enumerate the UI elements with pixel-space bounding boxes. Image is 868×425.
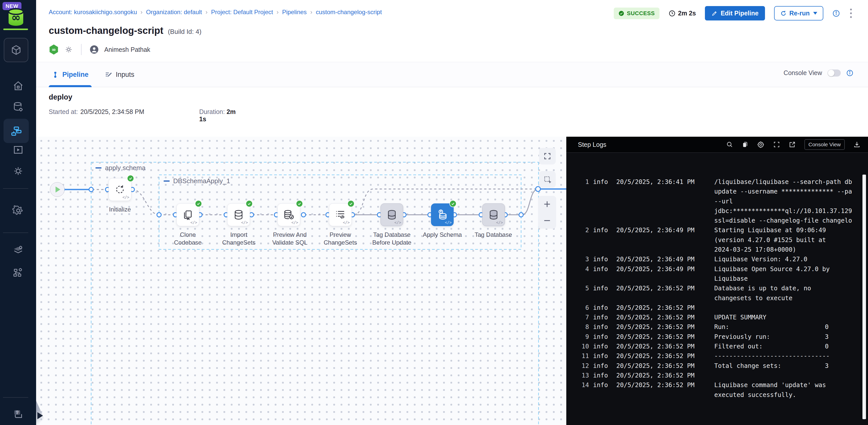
log-line-number: 11: [576, 351, 589, 361]
canvas-fullscreen-button[interactable]: [539, 148, 556, 165]
log-level: info: [593, 264, 610, 274]
pipeline-canvas[interactable]: apply schema DBSchemaApply_1 </> Initial…: [36, 137, 566, 425]
edit-pipeline-button[interactable]: Edit Pipeline: [705, 6, 765, 21]
sidebar-divider: [3, 397, 28, 398]
clone-icon: [182, 209, 194, 221]
log-timestamp: 20/5/2025, 2:36:52 PM: [616, 283, 712, 293]
inputs-tab-icon: [105, 71, 112, 79]
sidebar-divider: [3, 232, 28, 233]
step-success-icon: [127, 175, 134, 182]
expand-panel-arrow[interactable]: [37, 412, 43, 419]
log-timestamp: 20/5/2025, 2:36:52 PM: [616, 380, 712, 390]
step-node-clone-codebase[interactable]: </>: [177, 203, 199, 226]
pipeline-meta-row: ∞ Animesh Pathak: [49, 44, 150, 56]
log-open-external-icon[interactable]: [789, 141, 796, 148]
log-message: -------------------------------: [714, 351, 868, 361]
trigger-author: Animesh Pathak: [104, 46, 150, 53]
database-icon: [386, 209, 397, 221]
log-message: UPDATE SUMMARY: [714, 313, 868, 322]
sidebar-item-pipelines[interactable]: [3, 119, 29, 143]
tab-inputs[interactable]: Inputs: [102, 62, 137, 87]
harness-dbdevops-logo[interactable]: ∞: [7, 8, 25, 27]
zoom-out-button[interactable]: [538, 212, 556, 229]
log-search-icon[interactable]: [726, 141, 733, 148]
log-message: /liquibase/liquibase --search-path dbupd…: [714, 177, 868, 225]
log-timestamp: 20/5/2025, 2:36:52 PM: [616, 303, 712, 313]
step-logs-header: Step Logs Console View: [566, 137, 868, 153]
collapse-group-icon[interactable]: [95, 167, 101, 169]
breadcrumb: Account: kurosakiichigo.songoku › Organi…: [49, 8, 382, 16]
step-node-apply-schema[interactable]: </>: [431, 203, 454, 226]
step-node-tag-database-before-update[interactable]: </>: [380, 203, 403, 226]
pipeline-start-node[interactable]: [50, 182, 65, 197]
collapse-stepgroup-icon[interactable]: [164, 180, 170, 182]
stage-name: deploy: [49, 93, 72, 101]
log-row: 2 info 20/5/2025, 2:36:49 PM Starting Li…: [576, 225, 868, 254]
log-download-icon[interactable]: [854, 141, 861, 148]
module-switcher-button[interactable]: [4, 38, 28, 62]
log-timestamp: 20/5/2025, 2:36:52 PM: [616, 342, 712, 351]
log-output[interactable]: 1 info 20/5/2025, 2:36:41 PM /liquibase/…: [566, 153, 868, 425]
breadcrumb-separator: ›: [276, 8, 278, 16]
sidebar-item-help[interactable]: ?: [0, 405, 36, 424]
database-upload-icon: [436, 209, 448, 221]
dbdevops-module-icon: ∞: [49, 44, 59, 55]
breadcrumb-separator: ›: [141, 8, 143, 16]
log-timestamp: 20/5/2025, 2:36:52 PM: [616, 313, 712, 322]
log-scrollbar[interactable]: [863, 175, 866, 419]
step-node-preview-changesets[interactable]: </>: [329, 203, 352, 226]
pipeline-settings-gear-icon[interactable]: [64, 45, 73, 54]
canvas-select-button[interactable]: [539, 171, 556, 188]
sidebar-item-home[interactable]: [0, 77, 36, 95]
log-console-view-button[interactable]: Console View: [804, 139, 845, 150]
stage-summary: deploy Started at:20/5/2025, 2:34:58 PM …: [36, 87, 868, 137]
log-fullscreen-icon[interactable]: [773, 141, 780, 148]
rerun-button[interactable]: Re-run: [774, 6, 823, 21]
sidebar-item-settings[interactable]: [0, 162, 36, 180]
log-row: 6 info 20/5/2025, 2:36:52 PM: [576, 303, 868, 313]
breadcrumb-pipelines[interactable]: Pipelines: [282, 8, 307, 16]
home-icon: [12, 80, 24, 92]
info-icon[interactable]: [832, 9, 840, 17]
breadcrumb-account[interactable]: Account: kurosakiichigo.songoku: [49, 8, 137, 16]
log-timestamp: 20/5/2025, 2:36:49 PM: [616, 254, 712, 264]
breadcrumb-project[interactable]: Project: Default Project: [211, 8, 273, 16]
pencil-icon: [711, 10, 717, 17]
step-node-tag-database[interactable]: </>: [482, 203, 505, 226]
sidebar-item-project-settings[interactable]: [0, 201, 36, 220]
step-node-preview-validate-sql[interactable]: </>: [277, 203, 300, 226]
console-view-toggle[interactable]: [828, 69, 841, 77]
step-node-import-changesets[interactable]: </>: [227, 203, 250, 226]
layers-gear-icon: [12, 244, 24, 256]
rerun-caret-icon: [813, 12, 817, 15]
log-settings-icon[interactable]: [757, 141, 765, 148]
marquee-select-icon: [543, 175, 551, 183]
log-level: info: [593, 371, 610, 380]
sidebar-item-organization[interactable]: [0, 263, 36, 282]
breadcrumb-pipeline-name[interactable]: custom-changelog-script: [316, 8, 382, 16]
svg-text:∞: ∞: [52, 47, 56, 53]
log-timestamp: 20/5/2025, 2:36:52 PM: [616, 322, 712, 332]
log-timestamp: 20/5/2025, 2:36:41 PM: [616, 177, 712, 187]
log-row: 11 info 20/5/2025, 2:36:52 PM ----------…: [576, 351, 868, 361]
started-at-value: 20/5/2025, 2:34:58 PM: [80, 108, 144, 115]
tab-pipeline[interactable]: Pipeline: [49, 62, 92, 87]
log-timestamp: 20/5/2025, 2:36:52 PM: [616, 351, 712, 361]
breadcrumb-org[interactable]: Organization: default: [146, 8, 202, 16]
log-copy-icon[interactable]: [742, 141, 748, 148]
step-logs-title: Step Logs: [578, 141, 607, 148]
sidebar-item-layers[interactable]: [0, 240, 36, 259]
log-line-number: 13: [576, 371, 589, 380]
sidebar-item-databases[interactable]: [0, 97, 36, 116]
plus-icon: [543, 200, 551, 208]
header-actions: SUCCESS 2m 2s Edit Pipeline Re-run: [614, 6, 853, 21]
sidebar-item-executions[interactable]: [0, 141, 36, 159]
zoom-in-button[interactable]: [538, 196, 556, 212]
info-icon[interactable]: [846, 69, 854, 77]
help-chat-icon: ?: [12, 408, 24, 420]
step-success-icon: [347, 200, 354, 207]
step-node-initialize[interactable]: </>: [108, 178, 131, 201]
more-options-menu[interactable]: [849, 7, 853, 19]
log-row: 1 info 20/5/2025, 2:36:41 PM /liquibase/…: [576, 177, 868, 225]
stage-group-label: apply schema: [95, 164, 146, 172]
